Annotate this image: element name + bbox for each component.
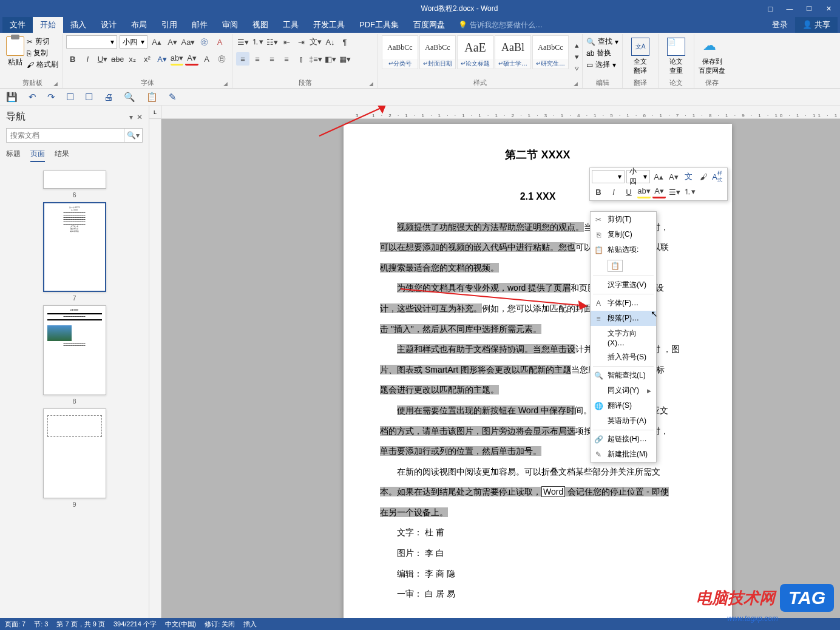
borders-button[interactable]: ▦▾ [338, 52, 351, 66]
sign-in[interactable]: 登录 [765, 17, 795, 33]
phonetic-guide-button[interactable]: ㊭ [197, 35, 211, 49]
nav-tab-pages[interactable]: 页面 [30, 149, 45, 162]
nav-pin-button[interactable]: ▾ [129, 113, 133, 121]
thumb-8[interactable]: 2.2 XXXX▬▬▬▬▬▬▬▬▬▬▬▬▬▬▬▬▬▬▬▬▬▬▬▬▬▬▬▬▬▬▬▬… [43, 305, 106, 405]
ctx-translate[interactable]: 🌐翻译(S) [591, 398, 656, 413]
mini-italic[interactable]: I [607, 185, 620, 198]
mini-grow-font[interactable]: A▴ [652, 170, 665, 183]
tab-baidupan[interactable]: 百度网盘 [406, 17, 452, 33]
full-translate-button[interactable]: 文A 全文 翻译 [626, 35, 654, 78]
character-shading-button[interactable]: A [200, 52, 214, 66]
cut-button[interactable]: ✂剪切 [27, 36, 58, 47]
tab-file[interactable]: 文件 [2, 17, 33, 33]
copy-button[interactable]: ⎘复制 [27, 48, 58, 58]
ctx-paragraph[interactable]: ≡段落(P)… [591, 311, 656, 326]
style-item-0[interactable]: AaBbCc↵分类号 [382, 35, 418, 69]
search-icon[interactable]: 🔍▾ [124, 129, 142, 142]
nav-search[interactable]: 🔍▾ [6, 128, 143, 143]
font-color-button[interactable]: A▾ [185, 52, 198, 66]
shrink-font-button[interactable]: A▾ [166, 35, 179, 49]
horizontal-ruler[interactable]: 3 · 1 · 2 · 1 · 1 · 1 · · 1 · 1 · 1 · 2 … [161, 106, 840, 119]
superscript-button[interactable]: x² [141, 52, 154, 66]
find-button[interactable]: 🔍查找▾ [586, 36, 618, 47]
style-item-4[interactable]: AaBbCc↵研究生… [532, 35, 569, 69]
bullets-button[interactable]: ☰▾ [236, 35, 249, 49]
mini-phonetic[interactable]: 文 [682, 170, 696, 183]
ctx-hyperlink[interactable]: 🔗超链接(H)… [591, 432, 656, 447]
text-effects-button[interactable]: A▾ [155, 52, 169, 66]
highlight-button[interactable]: ab▾ [171, 52, 184, 66]
status-language[interactable]: 中文(中国) [165, 620, 196, 629]
distributed-button[interactable]: ⫿ [294, 52, 308, 66]
font-family-select[interactable]: ▾ [66, 35, 117, 49]
italic-button[interactable]: I [81, 52, 95, 66]
maximize-button[interactable]: ☐ [800, 2, 818, 15]
align-center-button[interactable]: ≡ [251, 52, 264, 66]
decrease-indent-button[interactable]: ⇤ [280, 35, 293, 49]
styles-launcher[interactable]: ◢ [574, 81, 581, 88]
qat-redo[interactable]: ↷ [47, 92, 55, 103]
nav-tab-headings[interactable]: 标题 [6, 149, 21, 162]
align-right-button[interactable]: ≡ [265, 52, 279, 66]
tab-insert[interactable]: 插入 [63, 17, 93, 33]
subscript-button[interactable]: x₂ [126, 52, 139, 66]
styles-scroll-up[interactable]: ▴ [570, 40, 583, 51]
tab-mailings[interactable]: 邮件 [185, 17, 215, 33]
qat-save[interactable]: 💾 [6, 92, 18, 103]
qat-item-7[interactable]: 📋 [146, 92, 158, 103]
font-launcher[interactable]: ◢ [223, 81, 231, 88]
tab-home[interactable]: 开始 [33, 17, 63, 33]
status-track-changes[interactable]: 修订: 关闭 [205, 620, 235, 629]
qat-item-3[interactable]: ☐ [66, 92, 74, 103]
styles-scroll-down[interactable]: ▾ [570, 52, 583, 63]
vertical-ruler[interactable] [149, 119, 161, 618]
strikethrough-button[interactable]: abc [111, 52, 124, 66]
mini-bold[interactable]: B [592, 185, 605, 198]
multilevel-list-button[interactable]: ☷▾ [265, 35, 279, 49]
thumb-9[interactable]: 9 [43, 408, 106, 508]
status-section[interactable]: 节: 3 [34, 620, 48, 629]
share-button[interactable]: 👤 共享 [795, 17, 838, 33]
mini-bullets[interactable]: ☰▾ [668, 185, 681, 198]
asian-layout-button[interactable]: 文▾ [309, 35, 322, 49]
qat-item-4[interactable]: ☐ [85, 92, 93, 103]
qat-print[interactable]: 🖨 [104, 92, 113, 102]
mini-highlight[interactable]: ab▾ [637, 185, 651, 198]
style-item-1[interactable]: AaBbCc↵封面日期 [419, 35, 456, 69]
tab-layout[interactable]: 布局 [124, 17, 154, 33]
paragraph-launcher[interactable]: ◢ [369, 81, 376, 88]
thumb-6[interactable]: 6 [43, 171, 106, 198]
nav-search-input[interactable] [7, 129, 124, 142]
ctx-font[interactable]: A字体(F)… [591, 296, 656, 311]
line-spacing-button[interactable]: ‡≡▾ [309, 52, 322, 66]
format-painter-button[interactable]: 🖌格式刷 [27, 59, 58, 70]
ctx-reconvert[interactable]: 汉字重选(V) [591, 277, 656, 293]
tab-tools[interactable]: 工具 [276, 17, 306, 33]
thumb-7[interactable]: 第二节 XXXX2.1 XXX▬▬▬▬▬▬▬▬▬▬▬▬▬▬▬▬▬▬▬▬▬▬▬▬▬… [43, 202, 106, 302]
justify-button[interactable]: ≡ [280, 52, 293, 66]
enclose-characters-button[interactable]: ㊐ [215, 52, 228, 66]
ctx-insert-symbol[interactable]: 插入符号(S) [591, 350, 656, 365]
ctx-smart-lookup[interactable]: 🔍智能查找(L) [591, 368, 656, 383]
qat-undo[interactable]: ↶ [29, 92, 36, 103]
increase-indent-button[interactable]: ⇥ [294, 35, 308, 49]
mini-font-color[interactable]: A▾ [652, 185, 666, 198]
align-left-button[interactable]: ≡ [236, 52, 249, 66]
ctx-cut[interactable]: ✂剪切(T) [591, 212, 656, 227]
mini-shrink-font[interactable]: A▾ [667, 170, 680, 183]
bold-button[interactable]: B [66, 52, 80, 66]
thesis-check-button[interactable]: 📄 论文 查重 [662, 35, 690, 78]
ctx-paste-option-icon[interactable]: 📋 [591, 257, 656, 274]
tab-view[interactable]: 视图 [245, 17, 276, 33]
tab-references[interactable]: 引用 [154, 17, 185, 33]
mini-format-painter[interactable]: 🖌 [697, 170, 710, 183]
qat-preview[interactable]: 🔍 [124, 92, 135, 103]
ctx-text-direction[interactable]: 文字方向(X)… [591, 326, 656, 350]
document-area[interactable]: L 3 · 1 · 2 · 1 · 1 · 1 · · 1 · 1 · 1 · … [149, 106, 840, 618]
qat-item-8[interactable]: ✎ [169, 92, 177, 103]
replace-button[interactable]: ab替换 [586, 48, 618, 58]
minimize-button[interactable]: — [781, 2, 799, 15]
nav-close-button[interactable]: ✕ [137, 113, 143, 121]
clear-formatting-button[interactable]: A [213, 35, 226, 49]
status-insert-mode[interactable]: 插入 [243, 620, 257, 629]
